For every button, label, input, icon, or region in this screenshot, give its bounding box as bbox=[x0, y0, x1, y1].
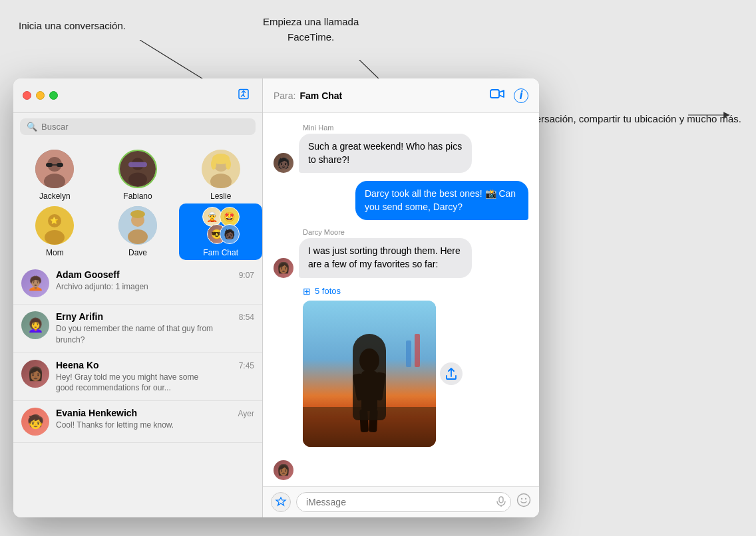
search-input[interactable] bbox=[41, 122, 249, 132]
conv-name-evania: Evania Henkewich bbox=[56, 408, 137, 418]
svg-point-26 bbox=[128, 229, 148, 244]
messages-area: Mini Ham 🧑🏿 Such a great weekend! Who ha… bbox=[263, 113, 539, 486]
msg-bubble-darcy: I was just sorting through them. Here ar… bbox=[299, 238, 472, 277]
conv-item-heena[interactable]: 👩🏾 Heena Ko 7:45 Hey! Gray told me you m… bbox=[13, 353, 262, 402]
svg-rect-13 bbox=[128, 162, 147, 167]
facetime-button[interactable] bbox=[490, 88, 504, 103]
chat-to: Para: Fam Chat bbox=[274, 90, 342, 101]
svg-point-42 bbox=[521, 498, 522, 499]
svg-rect-32 bbox=[361, 371, 377, 411]
typing-area: 👩🏾 bbox=[274, 460, 528, 480]
conv-info-adam: Adam Gooseff 9:07 Archivo adjunto: 1 ima… bbox=[56, 269, 254, 293]
msg-bubble-miniham: Such a great weekend! Who has pics to sh… bbox=[299, 134, 472, 173]
audio-icon bbox=[496, 496, 506, 509]
conv-name-erny: Erny Arifin bbox=[56, 311, 103, 322]
svg-rect-35 bbox=[359, 408, 369, 432]
pinned-contacts: Jackelyn Fabiano bbox=[13, 140, 262, 263]
msg-row-outgoing: Darcy took all the best ones! 📸 Can you … bbox=[274, 181, 528, 220]
conv-time-evania: Ayer bbox=[238, 409, 254, 418]
minimize-button[interactable] bbox=[36, 91, 45, 100]
annotation-new-conversation: Inicia una conversación. bbox=[19, 19, 126, 34]
photos-section: ⊞ 5 fotos bbox=[303, 286, 528, 450]
svg-point-41 bbox=[518, 494, 530, 507]
pinned-contact-jackelyn[interactable]: Jackelyn bbox=[13, 147, 96, 203]
svg-rect-28 bbox=[490, 90, 499, 98]
msg-row-miniham: 🧑🏿 Such a great weekend! Who has pics to… bbox=[274, 134, 528, 173]
conv-time-erny: 8:54 bbox=[239, 313, 254, 322]
info-button[interactable]: i bbox=[514, 88, 528, 103]
photos-count: 5 fotos bbox=[315, 286, 341, 296]
svg-rect-36 bbox=[369, 408, 378, 432]
conversation-list: 🧑🏽‍🦱 Adam Gooseff 9:07 Archivo adjunto: … bbox=[13, 263, 262, 517]
contact-name-leslie: Leslie bbox=[210, 192, 231, 201]
chat-contact-name: Fam Chat bbox=[299, 90, 342, 101]
contact-name-jackelyn: Jackelyn bbox=[39, 192, 71, 201]
svg-text:⭐: ⭐ bbox=[50, 216, 59, 225]
avatar-erny: 👩‍🦱 bbox=[21, 311, 49, 339]
chat-panel: Para: Fam Chat i Mini Ham 🧑🏿 bbox=[263, 78, 539, 517]
share-button[interactable] bbox=[440, 362, 463, 385]
app-store-button[interactable] bbox=[271, 492, 291, 512]
svg-rect-7 bbox=[46, 163, 53, 167]
conv-item-erny[interactable]: 👩‍🦱 Erny Arifin 8:54 Do you remember the… bbox=[13, 305, 262, 353]
conv-name-heena: Heena Ko bbox=[56, 360, 99, 370]
titlebar bbox=[13, 78, 262, 113]
msg-row-darcy: 👩🏾 I was just sorting through them. Here… bbox=[274, 238, 528, 277]
avatar-evania: 🧒 bbox=[21, 408, 49, 436]
pinned-contact-famchat[interactable]: 🧝 🤩 😎 🧑🏿 Fam Chat bbox=[179, 203, 262, 260]
maximize-button[interactable] bbox=[49, 91, 58, 100]
pinned-contact-dave[interactable]: Dave bbox=[96, 203, 180, 260]
sender-name-miniham: Mini Ham bbox=[303, 124, 528, 132]
search-bar[interactable]: 🔍 bbox=[20, 118, 256, 135]
chat-actions: i bbox=[490, 88, 528, 103]
photos-grid[interactable] bbox=[303, 301, 436, 447]
svg-rect-33 bbox=[353, 373, 367, 401]
svg-point-31 bbox=[359, 348, 379, 372]
msg-bubble-outgoing: Darcy took all the best ones! 📸 Can you … bbox=[355, 181, 528, 220]
conv-item-evania[interactable]: 🧒 Evania Henkewich Ayer Cool! Thanks for… bbox=[13, 401, 262, 443]
conv-item-adam[interactable]: 🧑🏽‍🦱 Adam Gooseff 9:07 Archivo adjunto: … bbox=[13, 263, 262, 305]
conv-preview-heena: Hey! Gray told me you might have some go… bbox=[56, 372, 216, 394]
photo-main bbox=[303, 301, 436, 447]
message-input[interactable] bbox=[296, 492, 511, 512]
to-label: Para: bbox=[274, 90, 295, 101]
svg-rect-34 bbox=[373, 372, 386, 401]
msg-avatar-darcy: 👩🏾 bbox=[274, 258, 293, 278]
pinned-contact-mom[interactable]: ⭐ Mom bbox=[13, 203, 96, 260]
msg-avatar-miniham: 🧑🏿 bbox=[274, 153, 293, 173]
conv-preview-adam: Archivo adjunto: 1 imagen bbox=[56, 281, 216, 293]
svg-rect-37 bbox=[406, 340, 411, 367]
conv-preview-erny: Do you remember the name of that guy fro… bbox=[56, 323, 216, 346]
svg-point-22 bbox=[45, 230, 65, 245]
contact-name-dave: Dave bbox=[128, 248, 147, 257]
svg-point-43 bbox=[525, 498, 526, 499]
close-button[interactable] bbox=[23, 91, 31, 100]
svg-rect-8 bbox=[57, 163, 63, 167]
avatar-adam: 🧑🏽‍🦱 bbox=[21, 269, 49, 297]
avatar-fabiano bbox=[118, 150, 157, 188]
svg-point-19 bbox=[226, 159, 231, 170]
conv-info-heena: Heena Ko 7:45 Hey! Gray told me you migh… bbox=[56, 360, 254, 394]
sender-name-darcy: Darcy Moore bbox=[303, 228, 528, 236]
app-window: 🔍 Jackelyn bbox=[13, 78, 539, 517]
svg-point-18 bbox=[211, 159, 216, 170]
message-input-wrapper bbox=[296, 492, 511, 512]
svg-rect-38 bbox=[415, 334, 420, 367]
contact-name-mom: Mom bbox=[46, 248, 64, 257]
contact-name-famchat: Fam Chat bbox=[203, 248, 238, 257]
annotation-facetime: Empieza una llamadaFaceTime. bbox=[263, 15, 359, 45]
message-group-darcy: Darcy Moore 👩🏾 I was just sorting throug… bbox=[274, 228, 528, 277]
pinned-contact-fabiano[interactable]: Fabiano bbox=[96, 147, 180, 203]
compose-button[interactable] bbox=[234, 84, 253, 106]
msg-avatar-darcy-bottom: 👩🏾 bbox=[274, 460, 293, 480]
pinned-contact-leslie[interactable]: Leslie bbox=[179, 147, 262, 203]
svg-point-27 bbox=[130, 210, 145, 218]
conv-info-erny: Erny Arifin 8:54 Do you remember the nam… bbox=[56, 311, 254, 346]
photos-header[interactable]: ⊞ 5 fotos bbox=[303, 286, 528, 297]
conv-name-adam: Adam Gooseff bbox=[56, 269, 120, 280]
input-bar bbox=[263, 486, 539, 517]
conv-time-heena: 7:45 bbox=[239, 361, 254, 370]
search-icon: 🔍 bbox=[27, 122, 37, 132]
emoji-button[interactable] bbox=[516, 493, 531, 511]
traffic-lights bbox=[23, 91, 58, 100]
